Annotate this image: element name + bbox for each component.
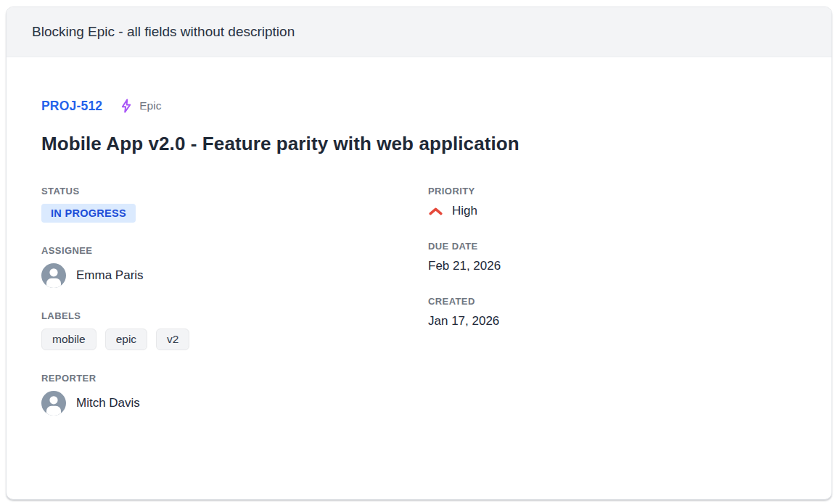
field-labels: LABELS mobileepicv2	[41, 310, 428, 350]
field-label-reporter: REPORTER	[41, 373, 428, 384]
field-assignee: ASSIGNEE Emma Paris	[41, 245, 428, 288]
issue-type: Epic	[118, 98, 161, 114]
field-column-left: STATUS IN PROGRESS ASSIGNEE	[41, 186, 428, 438]
field-label-due-date: DUE DATE	[428, 241, 797, 252]
issue-type-label: Epic	[139, 99, 161, 112]
issue-key-row: PROJ-512 Epic	[41, 98, 797, 114]
assignee-avatar-icon	[41, 263, 66, 288]
field-label-assignee: ASSIGNEE	[41, 245, 428, 256]
epic-lightning-icon	[118, 98, 134, 114]
issue-key-link[interactable]: PROJ-512	[41, 99, 102, 114]
label-chip: mobile	[41, 329, 96, 350]
issue-card: Blocking Epic - all fields without descr…	[6, 7, 832, 500]
status-badge: IN PROGRESS	[41, 204, 136, 223]
due-date-value: Feb 21, 2026	[428, 259, 797, 273]
card-body: PROJ-512 Epic Mobile App v2.0 - Feature …	[7, 57, 831, 467]
label-chip: v2	[156, 329, 189, 350]
field-label-priority: PRIORITY	[428, 186, 797, 197]
reporter-avatar-icon	[41, 391, 66, 416]
field-label-status: STATUS	[41, 186, 428, 197]
field-priority: PRIORITY High	[428, 186, 797, 218]
field-created: CREATED Jan 17, 2026	[428, 296, 797, 329]
priority-row: High	[428, 204, 797, 218]
field-label-labels: LABELS	[41, 310, 428, 321]
reporter-person: Mitch Davis	[41, 391, 428, 416]
created-value: Jan 17, 2026	[428, 314, 797, 329]
field-reporter: REPORTER Mitch Davis	[41, 373, 428, 416]
field-label-created: CREATED	[428, 296, 797, 307]
field-grid: STATUS IN PROGRESS ASSIGNEE	[41, 186, 797, 438]
priority-high-icon	[428, 206, 443, 217]
label-chip: epic	[105, 329, 147, 350]
assignee-name: Emma Paris	[76, 268, 144, 283]
issue-title: Mobile App v2.0 - Feature parity with we…	[41, 133, 797, 155]
page: Blocking Epic - all fields without descr…	[0, 0, 838, 504]
label-chip-list: mobileepicv2	[41, 329, 428, 350]
field-column-right: PRIORITY High DUE DATE Feb 21,	[428, 186, 797, 438]
priority-value: High	[452, 204, 477, 218]
assignee-person: Emma Paris	[41, 263, 428, 288]
field-status: STATUS IN PROGRESS	[41, 186, 428, 223]
card-header-title: Blocking Epic - all fields without descr…	[32, 24, 295, 39]
reporter-name: Mitch Davis	[76, 396, 140, 410]
field-due-date: DUE DATE Feb 21, 2026	[428, 241, 797, 273]
card-header: Blocking Epic - all fields without descr…	[7, 7, 831, 57]
